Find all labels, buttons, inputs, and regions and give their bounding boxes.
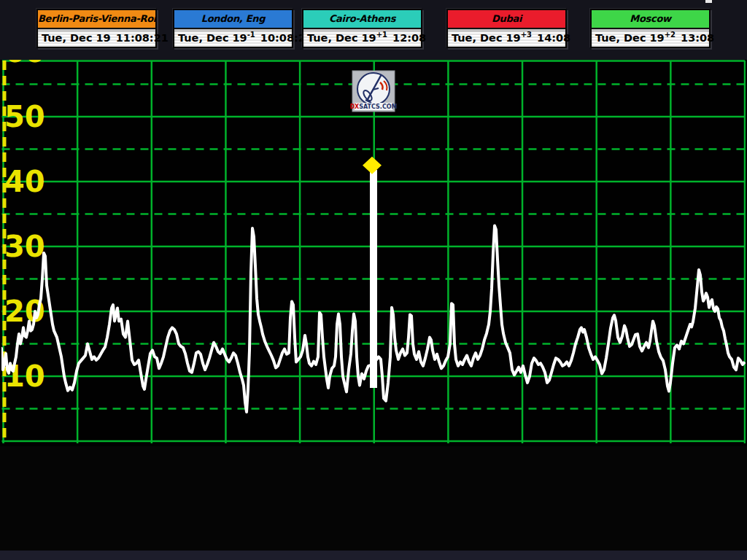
- dxsatcs-logo: DXSATCS.COM: [349, 71, 397, 112]
- y-tick-60: 60: [4, 35, 45, 69]
- logo-text-satcs: SATCS.COM: [359, 104, 397, 110]
- y-tick-50: 50: [4, 100, 45, 133]
- svg-text:DXSATCS.COM: DXSATCS.COM: [349, 104, 397, 110]
- y-tick-30: 30: [4, 230, 45, 263]
- bottom-edge-strip: [0, 551, 747, 560]
- measurement-panel: SP 100KHz 600 HzW 11451.010 MHz. ! Pwr 4…: [0, 446, 747, 551]
- y-tick-40: 40: [4, 165, 45, 198]
- spectrum-analyzer-screen: Berlin-Paris-Vienna-RomaTue, Dec 1911:08…: [0, 0, 747, 560]
- logo-text-dx: DX: [349, 104, 360, 110]
